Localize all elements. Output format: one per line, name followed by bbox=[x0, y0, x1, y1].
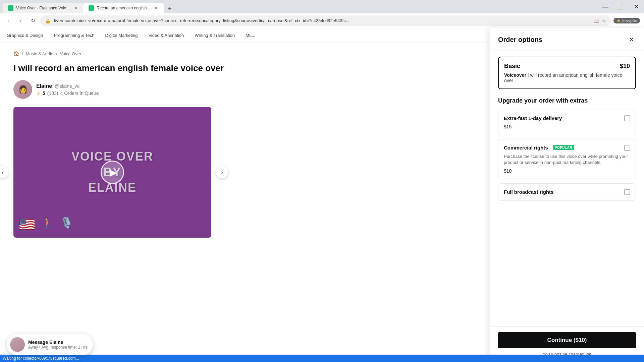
address-icons: 📖 ☆ bbox=[593, 17, 607, 24]
extra-1-row: Extra-fast 1-day delivery bbox=[504, 115, 630, 121]
message-label: Message Elaine bbox=[28, 340, 88, 345]
navigation-bar: ‹ › ↻ 🔒 fiverr.com/elaine_vo/record-a-na… bbox=[0, 13, 644, 28]
package-price: $10 bbox=[620, 63, 630, 70]
incognito-icon: 🕵️ bbox=[616, 18, 621, 23]
tab-2[interactable]: Record an american english fe... ✕ bbox=[83, 3, 164, 13]
cat-programming[interactable]: Programming & Tech bbox=[54, 33, 94, 38]
extra-3-name: Full broadcast rights bbox=[504, 189, 553, 195]
seller-avatar: 👩 bbox=[13, 80, 32, 99]
cat-marketing[interactable]: Digital Marketing bbox=[105, 33, 138, 38]
tab-1[interactable]: Voice Over - Freelance Voice A... ✕ bbox=[3, 3, 83, 13]
extra-2-desc: Purchase the license to use this voice o… bbox=[504, 154, 630, 166]
away-status: Away bbox=[28, 345, 38, 350]
address-bar[interactable]: 🔒 fiverr.com/elaine_vo/record-a-natural-… bbox=[40, 15, 611, 26]
seller-rating: ★ 5 (133) 4 Orders in Queue bbox=[36, 90, 99, 96]
seller-avatar-img: 👩 bbox=[13, 80, 32, 99]
breadcrumb: 🏠 / Music & Audio / Voice Over bbox=[13, 51, 476, 56]
message-content: Message Elaine Away • Avg. response time… bbox=[28, 340, 88, 350]
extra-item-2: Commercial rights POPULAR Purchase the l… bbox=[498, 139, 636, 179]
maximize-button[interactable]: ⬜ bbox=[613, 0, 629, 13]
continue-button[interactable]: Continue ($10) bbox=[498, 332, 636, 348]
seller-handle: @elaine_vo bbox=[55, 83, 79, 89]
extra-2-name: Commercial rights bbox=[504, 145, 548, 150]
package-header: Basic $10 bbox=[504, 63, 630, 70]
category-nav: Graphics & Design Programming & Tech Dig… bbox=[0, 28, 490, 43]
extras-title: Upgrade your order with extras bbox=[498, 97, 636, 104]
close-button[interactable]: ✕ bbox=[629, 0, 644, 13]
panel-close-button[interactable]: ✕ bbox=[627, 35, 636, 44]
package-desc: Voiceover I will record an american engl… bbox=[504, 72, 630, 83]
order-panel: Order options ✕ Basic $10 Voiceover I wi… bbox=[490, 28, 644, 362]
window-controls: — ⬜ ✕ bbox=[598, 0, 644, 13]
extra-item-1: Extra-fast 1-day delivery $15 bbox=[498, 110, 636, 135]
gig-title: I will record an american english female… bbox=[13, 63, 282, 73]
new-tab-button[interactable]: + bbox=[165, 4, 174, 13]
seller-info: 👩 Elaine @elaine_vo ★ 5 (133) 4 Orders i… bbox=[13, 80, 476, 99]
package-card[interactable]: Basic $10 Voiceover I will record an ame… bbox=[498, 57, 636, 89]
panel-title: Order options bbox=[498, 36, 542, 44]
forward-button[interactable]: › bbox=[16, 16, 25, 25]
breadcrumb-subcategory[interactable]: Voice Over bbox=[60, 51, 82, 56]
extra-item-3: Full broadcast rights bbox=[498, 183, 636, 201]
gallery-next-button[interactable]: › bbox=[216, 166, 228, 178]
message-avatar-img bbox=[10, 337, 25, 352]
package-name: Basic bbox=[504, 63, 520, 70]
cat-video[interactable]: Video & Animation bbox=[148, 33, 184, 38]
incognito-badge: 🕵️ Incognito bbox=[613, 18, 640, 23]
play-icon: ▶ bbox=[110, 167, 117, 178]
tab-1-close[interactable]: ✕ bbox=[74, 5, 78, 11]
bookmark-icon[interactable]: ☆ bbox=[601, 17, 607, 24]
panel-header: Order options ✕ bbox=[490, 28, 644, 50]
gallery-icons: 🇺🇸 🚶 🎙️ bbox=[19, 217, 73, 232]
status-text: Waiting for collector-8095.tvsquared.com… bbox=[3, 356, 79, 361]
breadcrumb-category[interactable]: Music & Audio bbox=[26, 51, 53, 56]
incognito-label: Incognito bbox=[622, 19, 637, 23]
page-layout: Graphics & Design Programming & Tech Dig… bbox=[0, 28, 644, 362]
package-type: Voiceover bbox=[504, 72, 526, 78]
message-status: Away • Avg. response time: 2 Hrs bbox=[28, 345, 88, 350]
minimize-button[interactable]: — bbox=[598, 0, 613, 13]
person-icon: 🚶 bbox=[41, 217, 54, 232]
reader-icon[interactable]: 📖 bbox=[593, 17, 600, 24]
cat-more[interactable]: Mu... bbox=[246, 33, 255, 38]
main-content: Graphics & Design Programming & Tech Dig… bbox=[0, 28, 490, 362]
tab-2-close[interactable]: ✕ bbox=[154, 5, 158, 11]
message-widget[interactable]: Message Elaine Away • Avg. response time… bbox=[7, 334, 93, 355]
tab-2-title: Record an american english fe... bbox=[97, 6, 152, 10]
home-icon[interactable]: 🏠 bbox=[13, 51, 19, 56]
mic-icon: 🎙️ bbox=[60, 217, 73, 232]
extra-1-price: $15 bbox=[504, 124, 630, 129]
gallery-wrapper: ‹ VOICE OVER BY ELAINE ▶ 🇺🇸 � bbox=[13, 107, 211, 238]
response-time: Avg. response time: 2 Hrs bbox=[41, 345, 88, 350]
gallery-container: VOICE OVER BY ELAINE ▶ 🇺🇸 🚶 🎙️ bbox=[13, 107, 211, 238]
popular-badge: POPULAR bbox=[553, 145, 574, 150]
status-bar: Waiting for collector-8095.tvsquared.com… bbox=[0, 355, 644, 362]
tab-1-favicon bbox=[8, 5, 13, 11]
flag-icon: 🇺🇸 bbox=[19, 217, 36, 232]
extra-1-checkbox[interactable] bbox=[624, 115, 630, 121]
reload-button[interactable]: ↻ bbox=[28, 16, 38, 25]
orders-queue: 4 Orders in Queue bbox=[60, 90, 99, 96]
rating-count[interactable]: (133) bbox=[47, 90, 58, 96]
back-button[interactable]: ‹ bbox=[4, 16, 13, 25]
extra-2-row: Commercial rights POPULAR bbox=[504, 145, 630, 151]
extra-2-price: $10 bbox=[504, 168, 630, 174]
gallery-prev-button[interactable]: ‹ bbox=[0, 166, 9, 178]
rating-score: 5 bbox=[43, 90, 45, 96]
play-button[interactable]: ▶ bbox=[101, 161, 124, 184]
cat-graphics[interactable]: Graphics & Design bbox=[7, 33, 43, 38]
extra-3-checkbox[interactable] bbox=[624, 189, 630, 195]
cat-writing[interactable]: Writing & Translation bbox=[195, 33, 235, 38]
tab-1-title: Voice Over - Freelance Voice A... bbox=[16, 6, 71, 10]
address-text: fiverr.com/elaine_vo/record-a-natural-fe… bbox=[54, 18, 590, 23]
content-area: 🏠 / Music & Audio / Voice Over I will re… bbox=[0, 43, 490, 246]
extra-3-row: Full broadcast rights bbox=[504, 189, 630, 195]
gallery-image: VOICE OVER BY ELAINE ▶ 🇺🇸 🚶 🎙️ bbox=[13, 107, 211, 238]
lock-icon: 🔒 bbox=[44, 17, 51, 24]
breadcrumb-sep-1: / bbox=[22, 51, 23, 56]
extra-1-name: Extra-fast 1-day delivery bbox=[504, 115, 562, 121]
extra-2-checkbox[interactable] bbox=[624, 145, 630, 151]
panel-body: Basic $10 Voiceover I will record an ame… bbox=[490, 50, 644, 326]
tab-2-favicon bbox=[89, 5, 94, 11]
seller-name[interactable]: Elaine bbox=[36, 83, 52, 89]
